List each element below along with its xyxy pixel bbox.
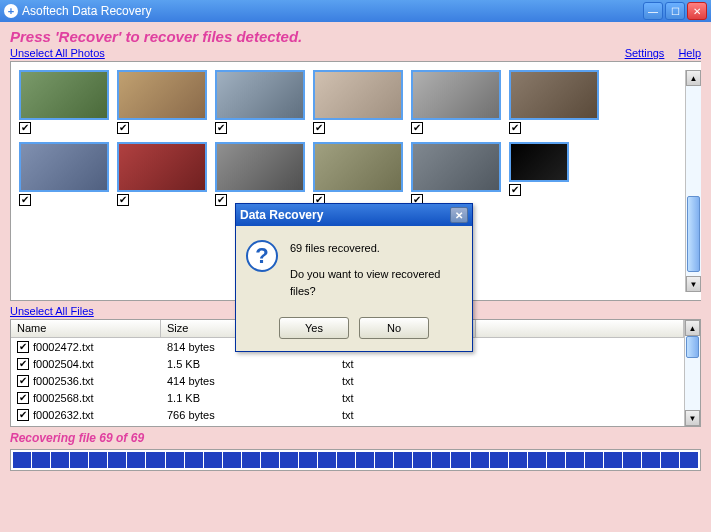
photo-thumbnail[interactable] (117, 142, 207, 192)
photo-thumbnail[interactable] (215, 142, 305, 192)
close-button[interactable]: ✕ (687, 2, 707, 20)
photo-checkbox[interactable]: ✔ (215, 122, 227, 134)
photo-thumbnail[interactable] (215, 70, 305, 120)
photo-thumbnail[interactable] (19, 142, 109, 192)
titlebar: + Asoftech Data Recovery — ☐ ✕ (0, 0, 711, 22)
unselect-files-link[interactable]: Unselect All Files (10, 305, 94, 317)
dialog-message: 69 files recovered. Do you want to view … (290, 240, 462, 301)
dialog-line2: Do you want to view recovered files? (290, 266, 462, 301)
file-name: f0002568.txt (33, 392, 94, 404)
progress-segment (261, 452, 279, 468)
help-link[interactable]: Help (678, 47, 701, 59)
scroll-track[interactable] (685, 336, 700, 410)
photo-item[interactable]: ✔ (313, 142, 403, 206)
photo-item[interactable]: ✔ (215, 142, 305, 206)
table-row[interactable]: ✔f0002504.txt1.5 KBtxt (11, 355, 684, 372)
photo-item[interactable]: ✔ (215, 70, 305, 134)
progress-segment (375, 452, 393, 468)
progress-segment (242, 452, 260, 468)
file-checkbox[interactable]: ✔ (17, 341, 29, 353)
progress-segment (299, 452, 317, 468)
photo-thumbnail[interactable] (313, 70, 403, 120)
file-extension: txt (336, 358, 476, 370)
progress-segment (223, 452, 241, 468)
photo-thumbnail[interactable] (313, 142, 403, 192)
progress-segment (566, 452, 584, 468)
minimize-button[interactable]: — (643, 2, 663, 20)
progress-segment (623, 452, 641, 468)
file-size: 1.5 KB (161, 358, 336, 370)
file-name: f0002632.txt (33, 409, 94, 421)
app-icon: + (4, 4, 18, 18)
app-window: + Asoftech Data Recovery — ☐ ✕ Press 'Re… (0, 0, 711, 532)
photo-checkbox[interactable]: ✔ (215, 194, 227, 206)
scroll-down-button[interactable]: ▼ (685, 410, 700, 426)
photo-thumbnail[interactable] (117, 70, 207, 120)
table-row[interactable]: ✔f0002632.txt766 bytestxt (11, 406, 684, 423)
progress-segment (661, 452, 679, 468)
photo-thumbnail[interactable] (509, 142, 569, 182)
progress-segment (528, 452, 546, 468)
photo-scrollbar[interactable]: ▲ ▼ (685, 70, 701, 292)
column-name[interactable]: Name (11, 320, 161, 337)
status-text: Recovering file 69 of 69 (10, 431, 701, 445)
scroll-thumb[interactable] (687, 196, 700, 272)
photo-checkbox[interactable]: ✔ (19, 194, 31, 206)
progress-segment (451, 452, 469, 468)
photo-checkbox[interactable]: ✔ (117, 122, 129, 134)
question-icon: ? (246, 240, 278, 272)
table-row[interactable]: ✔f0002536.txt414 bytestxt (11, 372, 684, 389)
photo-thumbnail[interactable] (411, 142, 501, 192)
photo-item[interactable]: ✔ (411, 142, 501, 206)
dialog-close-button[interactable]: ✕ (450, 207, 468, 223)
photo-item[interactable]: ✔ (509, 142, 569, 206)
progress-segment (185, 452, 203, 468)
scroll-track[interactable] (686, 86, 701, 276)
file-checkbox[interactable]: ✔ (17, 409, 29, 421)
progress-segment (204, 452, 222, 468)
progress-segment (547, 452, 565, 468)
file-size: 766 bytes (161, 409, 336, 421)
photo-item[interactable]: ✔ (117, 70, 207, 134)
column-spacer (476, 320, 684, 337)
file-checkbox[interactable]: ✔ (17, 392, 29, 404)
photo-thumbnail[interactable] (509, 70, 599, 120)
progress-segment (585, 452, 603, 468)
photo-item[interactable]: ✔ (509, 70, 599, 134)
progress-segment (51, 452, 69, 468)
table-row[interactable]: ✔f0002568.txt1.1 KBtxt (11, 389, 684, 406)
photo-checkbox[interactable]: ✔ (19, 122, 31, 134)
photo-thumbnail[interactable] (19, 70, 109, 120)
photo-item[interactable]: ✔ (117, 142, 207, 206)
table-scrollbar[interactable]: ▲ ▼ (684, 320, 700, 426)
progress-segment (32, 452, 50, 468)
photo-checkbox[interactable]: ✔ (313, 122, 325, 134)
maximize-button[interactable]: ☐ (665, 2, 685, 20)
dialog-title: Data Recovery (240, 208, 450, 222)
file-name: f0002536.txt (33, 375, 94, 387)
file-extension: txt (336, 392, 476, 404)
unselect-photos-link[interactable]: Unselect All Photos (10, 47, 105, 59)
no-button[interactable]: No (359, 317, 429, 339)
photo-checkbox[interactable]: ✔ (509, 122, 521, 134)
scroll-up-button[interactable]: ▲ (685, 320, 700, 336)
settings-link[interactable]: Settings (625, 47, 665, 59)
file-extension: txt (336, 409, 476, 421)
photo-item[interactable]: ✔ (411, 70, 501, 134)
photo-item[interactable]: ✔ (19, 70, 109, 134)
photo-checkbox[interactable]: ✔ (411, 122, 423, 134)
photo-checkbox[interactable]: ✔ (509, 184, 521, 196)
photo-checkbox[interactable]: ✔ (117, 194, 129, 206)
photo-item[interactable]: ✔ (19, 142, 109, 206)
progress-segment (471, 452, 489, 468)
yes-button[interactable]: Yes (279, 317, 349, 339)
scroll-down-button[interactable]: ▼ (686, 276, 701, 292)
scroll-up-button[interactable]: ▲ (686, 70, 701, 86)
scroll-thumb[interactable] (686, 336, 699, 358)
photo-thumbnail[interactable] (411, 70, 501, 120)
dialog-titlebar: Data Recovery ✕ (236, 204, 472, 226)
file-checkbox[interactable]: ✔ (17, 358, 29, 370)
recovery-dialog: Data Recovery ✕ ? 69 files recovered. Do… (235, 203, 473, 352)
file-checkbox[interactable]: ✔ (17, 375, 29, 387)
photo-item[interactable]: ✔ (313, 70, 403, 134)
